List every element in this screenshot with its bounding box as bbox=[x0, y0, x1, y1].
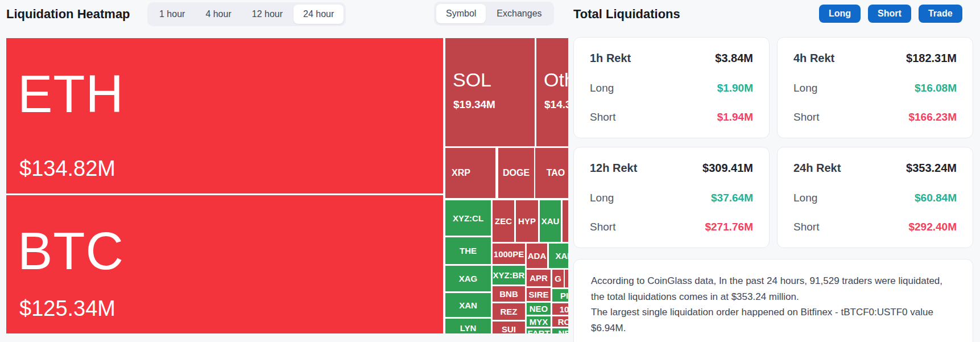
card-total: $3.84M bbox=[715, 52, 753, 65]
treemap-cell-xyz-cl[interactable]: XYZ:CL bbox=[445, 200, 491, 236]
treemap-cell-eth[interactable]: ETH$134.82M bbox=[6, 38, 443, 193]
cell-symbol: BTC bbox=[18, 225, 124, 277]
short-value: $292.40M bbox=[908, 221, 957, 233]
treemap-cell-xan[interactable]: XAN bbox=[445, 293, 491, 317]
cell-liquidation-value: $134.82M bbox=[19, 156, 115, 181]
summary-note: According to CoinGlass data, In the past… bbox=[573, 259, 973, 342]
treemap-cell-apr[interactable]: APR bbox=[527, 270, 551, 286]
treemap-cell-doge[interactable]: DOGE bbox=[498, 148, 534, 198]
tab-12-hour[interactable]: 12 hour bbox=[242, 5, 292, 24]
cell-symbol: NEO bbox=[530, 304, 548, 314]
cell-symbol: ZEC bbox=[495, 216, 512, 226]
long-value: $37.64M bbox=[711, 192, 753, 204]
long-value: $60.84M bbox=[915, 192, 957, 204]
treemap-cell-btc[interactable]: BTC$125.34M bbox=[6, 195, 443, 333]
cell-symbol: XAG bbox=[459, 274, 478, 283]
long-value: $1.90M bbox=[717, 82, 753, 94]
treemap-cell-lyn[interactable]: LYN bbox=[445, 319, 491, 333]
treemap-cell-xag[interactable]: XAG bbox=[445, 266, 491, 291]
treemap-cell-rez[interactable]: REZ bbox=[493, 303, 525, 320]
short-value: $1.94M bbox=[717, 111, 753, 123]
treemap-cell-sui[interactable]: SUI bbox=[493, 322, 525, 333]
short-label: Short bbox=[590, 221, 615, 233]
cell-liquidation-value: $125.34M bbox=[19, 296, 115, 321]
total-liquidations-title: Total Liquidations bbox=[573, 7, 680, 22]
cell-symbol: XAI bbox=[555, 251, 568, 261]
treemap-cell-ro[interactable]: RO bbox=[552, 316, 568, 327]
cell-symbol: XYZ:BR bbox=[493, 270, 525, 280]
treemap-cell-xyz-br[interactable]: XYZ:BR bbox=[493, 266, 525, 285]
cell-symbol: XAU bbox=[541, 216, 560, 226]
cell-symbol: XAN bbox=[459, 300, 477, 310]
cell-liquidation-value: $19.34M bbox=[453, 98, 495, 111]
rekt-card-4h: 4h Rekt$182.31M Long$16.08M Short$166.23… bbox=[777, 37, 973, 138]
short-label: Short bbox=[590, 111, 615, 123]
cell-symbol: THE bbox=[460, 246, 477, 256]
page-title: Liquidation Heatmap bbox=[6, 7, 130, 22]
treemap-cell-pi[interactable]: PI bbox=[552, 289, 568, 302]
treemap-cell-ne[interactable]: NE bbox=[552, 328, 568, 333]
tab-1-hour[interactable]: 1 hour bbox=[150, 5, 195, 24]
treemap-cell-bnb[interactable]: BNB bbox=[493, 286, 525, 302]
cell-symbol: Others bbox=[544, 70, 568, 89]
treemap-cell-xai[interactable]: XAI bbox=[549, 244, 568, 268]
cell-liquidation-value: $14.39M bbox=[544, 98, 568, 111]
rekt-card-24h: 24h Rekt$353.24M Long$60.84M Short$292.4… bbox=[777, 147, 973, 248]
cell-symbol: SUI bbox=[502, 324, 516, 333]
long-label: Long bbox=[793, 192, 817, 204]
cell-symbol: RO bbox=[558, 317, 568, 327]
symbol-exchanges-toggle: Symbol Exchanges bbox=[434, 2, 554, 26]
rekt-card-12h: 12h Rekt$309.41M Long$37.64M Short$271.7… bbox=[573, 147, 770, 248]
toggle-exchanges[interactable]: Exchanges bbox=[487, 4, 551, 23]
long-label: Long bbox=[793, 82, 817, 94]
short-value: $166.23M bbox=[908, 111, 957, 123]
card-total: $182.31M bbox=[906, 52, 957, 65]
treemap-cell-zec[interactable]: ZEC bbox=[493, 200, 514, 242]
treemap-cell-the[interactable]: THE bbox=[445, 237, 491, 264]
toggle-symbol[interactable]: Symbol bbox=[436, 4, 486, 23]
cell-symbol: XYZ:CL bbox=[453, 213, 483, 223]
treemap-cell-fart[interactable]: FART bbox=[527, 328, 551, 333]
cell-symbol: ETH bbox=[18, 68, 124, 120]
tab-24-hour[interactable]: 24 hour bbox=[293, 5, 344, 24]
cell-symbol: ADA bbox=[528, 251, 547, 261]
liquidation-heatmap-app: Liquidation Heatmap 1 hour 4 hour 12 hou… bbox=[0, 0, 980, 342]
action-buttons: Long Short Trade bbox=[819, 5, 962, 23]
treemap-cell-xrp[interactable]: XRP bbox=[445, 148, 495, 198]
treemap-cell-hyp[interactable]: HYP bbox=[516, 200, 538, 242]
cell-symbol: REZ bbox=[501, 307, 518, 316]
cell-symbol: DOGE bbox=[503, 168, 530, 178]
time-range-tabs: 1 hour 4 hour 12 hour 24 hour bbox=[147, 2, 346, 26]
summary-line-1: According to CoinGlass data, In the past… bbox=[591, 273, 956, 304]
treemap-cell-tao[interactable]: TAO bbox=[535, 148, 568, 198]
short-value: $271.76M bbox=[705, 221, 753, 233]
cell-symbol: XRP bbox=[452, 168, 470, 178]
treemap-cell-ada[interactable]: ADA bbox=[527, 244, 547, 268]
cell-symbol: LYN bbox=[460, 323, 477, 333]
treemap-cell-sol[interactable]: SOL$19.34M bbox=[445, 38, 535, 146]
treemap-cell-sire[interactable]: SIRE bbox=[527, 288, 551, 301]
treemap-cell-myx[interactable]: MYX bbox=[527, 316, 551, 327]
treemap-cell-unlabeled bbox=[563, 200, 568, 242]
cell-symbol: FART bbox=[527, 328, 549, 333]
card-total: $353.24M bbox=[906, 162, 957, 175]
treemap-cell-g[interactable]: G bbox=[552, 270, 564, 287]
long-label: Long bbox=[590, 82, 614, 94]
short-button[interactable]: Short bbox=[868, 5, 911, 23]
cell-symbol: TAO bbox=[547, 168, 565, 178]
tab-4-hour[interactable]: 4 hour bbox=[196, 5, 241, 24]
treemap-cell-xau[interactable]: XAU bbox=[540, 200, 561, 242]
trade-button[interactable]: Trade bbox=[919, 5, 962, 23]
rekt-cards: 1h Rekt$3.84M Long$1.90M Short$1.94M 4h … bbox=[573, 37, 973, 248]
cell-symbol: 1000PE bbox=[494, 249, 524, 259]
treemap-cell-others[interactable]: Others$14.39M bbox=[536, 38, 568, 146]
cell-symbol: 10 bbox=[560, 304, 568, 314]
treemap-cell-neo[interactable]: NEO bbox=[527, 303, 551, 315]
cell-symbol: BNB bbox=[499, 289, 518, 299]
treemap-cell-10[interactable]: 10 bbox=[552, 303, 568, 315]
long-label: Long bbox=[590, 192, 614, 204]
treemap-cell-1000pe[interactable]: 1000PE bbox=[493, 244, 525, 264]
cell-symbol: NE bbox=[559, 328, 568, 333]
long-button[interactable]: Long bbox=[819, 5, 861, 23]
summary-line-2: The largest single liquidation order hap… bbox=[591, 304, 956, 336]
